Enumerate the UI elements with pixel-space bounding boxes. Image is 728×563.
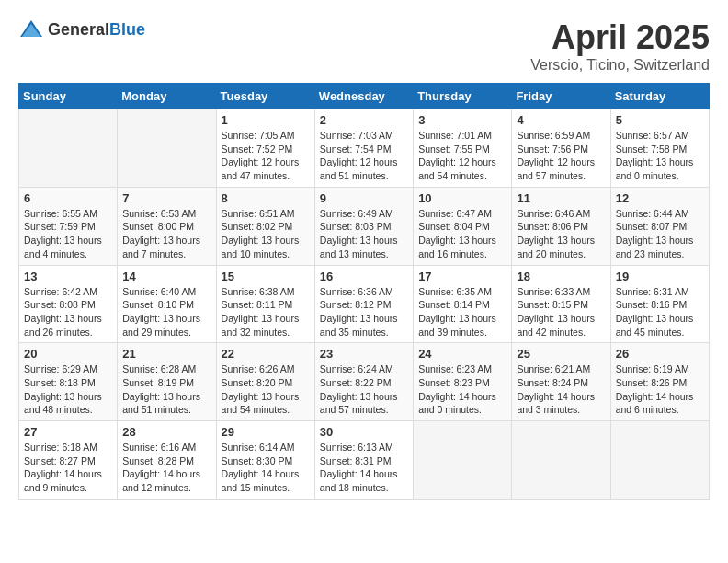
day-info: Sunrise: 6:14 AM Sunset: 8:30 PM Dayligh…	[222, 441, 310, 495]
day-info: Sunrise: 6:33 AM Sunset: 8:15 PM Dayligh…	[517, 285, 605, 339]
calendar-cell	[19, 109, 118, 188]
calendar-cell: 5Sunrise: 6:57 AM Sunset: 7:58 PM Daylig…	[610, 109, 709, 188]
day-info: Sunrise: 6:16 AM Sunset: 8:28 PM Dayligh…	[122, 441, 210, 495]
day-number: 30	[320, 425, 408, 439]
calendar-cell: 11Sunrise: 6:46 AM Sunset: 8:06 PM Dayli…	[512, 187, 610, 265]
calendar-cell: 28Sunrise: 6:16 AM Sunset: 8:28 PM Dayli…	[118, 421, 216, 500]
day-info: Sunrise: 6:40 AM Sunset: 8:10 PM Dayligh…	[122, 285, 210, 339]
calendar-cell: 9Sunrise: 6:49 AM Sunset: 8:03 PM Daylig…	[314, 187, 413, 265]
calendar-cell: 22Sunrise: 6:26 AM Sunset: 8:20 PM Dayli…	[216, 343, 314, 421]
day-info: Sunrise: 7:03 AM Sunset: 7:54 PM Dayligh…	[320, 129, 408, 183]
day-number: 19	[616, 270, 704, 283]
day-number: 10	[418, 191, 506, 205]
calendar-cell: 10Sunrise: 6:47 AM Sunset: 8:04 PM Dayli…	[414, 187, 512, 265]
day-number: 27	[24, 425, 112, 439]
day-info: Sunrise: 6:49 AM Sunset: 8:03 PM Dayligh…	[320, 207, 408, 261]
day-number: 21	[122, 347, 210, 361]
day-info: Sunrise: 6:24 AM Sunset: 8:22 PM Dayligh…	[320, 362, 408, 417]
day-number: 20	[24, 347, 112, 361]
day-number: 6	[24, 191, 112, 205]
day-number: 11	[517, 191, 605, 205]
calendar-cell: 25Sunrise: 6:21 AM Sunset: 8:24 PM Dayli…	[512, 343, 610, 421]
calendar-cell: 1Sunrise: 7:05 AM Sunset: 7:52 PM Daylig…	[216, 109, 314, 188]
day-info: Sunrise: 6:26 AM Sunset: 8:20 PM Dayligh…	[222, 362, 310, 417]
day-number: 26	[616, 347, 704, 361]
calendar-cell: 19Sunrise: 6:31 AM Sunset: 8:16 PM Dayli…	[610, 265, 709, 343]
calendar-title: April 2025	[530, 18, 710, 57]
day-number: 13	[24, 270, 112, 283]
day-number: 8	[222, 191, 310, 205]
day-info: Sunrise: 6:29 AM Sunset: 8:18 PM Dayligh…	[24, 362, 112, 417]
day-number: 25	[517, 347, 605, 361]
calendar-cell: 2Sunrise: 7:03 AM Sunset: 7:54 PM Daylig…	[314, 109, 413, 188]
day-info: Sunrise: 6:42 AM Sunset: 8:08 PM Dayligh…	[24, 285, 112, 339]
day-number: 16	[320, 270, 408, 283]
calendar-cell: 8Sunrise: 6:51 AM Sunset: 8:02 PM Daylig…	[216, 187, 314, 265]
calendar-cell: 12Sunrise: 6:44 AM Sunset: 8:07 PM Dayli…	[610, 187, 709, 265]
day-number: 17	[418, 270, 506, 283]
weekday-header-wednesday: Wednesday	[314, 84, 413, 109]
calendar-cell: 14Sunrise: 6:40 AM Sunset: 8:10 PM Dayli…	[118, 265, 216, 343]
day-info: Sunrise: 6:13 AM Sunset: 8:31 PM Dayligh…	[320, 441, 408, 495]
week-row-5: 27Sunrise: 6:18 AM Sunset: 8:27 PM Dayli…	[19, 421, 710, 500]
day-number: 22	[222, 347, 310, 361]
weekday-header-sunday: Sunday	[19, 84, 118, 109]
day-number: 12	[616, 191, 704, 205]
weekday-header-friday: Friday	[512, 84, 610, 109]
day-number: 9	[320, 191, 408, 205]
day-number: 4	[517, 113, 605, 127]
calendar-cell: 27Sunrise: 6:18 AM Sunset: 8:27 PM Dayli…	[19, 421, 118, 500]
day-info: Sunrise: 6:19 AM Sunset: 8:26 PM Dayligh…	[616, 362, 704, 417]
day-info: Sunrise: 7:01 AM Sunset: 7:55 PM Dayligh…	[418, 129, 506, 183]
day-number: 23	[320, 347, 408, 361]
day-info: Sunrise: 6:21 AM Sunset: 8:24 PM Dayligh…	[517, 362, 605, 417]
calendar-cell: 17Sunrise: 6:35 AM Sunset: 8:14 PM Dayli…	[414, 265, 512, 343]
day-number: 29	[222, 425, 310, 439]
weekday-header-monday: Monday	[118, 84, 216, 109]
calendar-cell	[414, 421, 512, 500]
day-number: 28	[122, 425, 210, 439]
day-number: 7	[122, 191, 210, 205]
day-info: Sunrise: 6:47 AM Sunset: 8:04 PM Dayligh…	[418, 207, 506, 261]
calendar-cell: 29Sunrise: 6:14 AM Sunset: 8:30 PM Dayli…	[216, 421, 314, 500]
day-info: Sunrise: 6:23 AM Sunset: 8:23 PM Dayligh…	[418, 362, 506, 417]
day-info: Sunrise: 7:05 AM Sunset: 7:52 PM Dayligh…	[222, 129, 310, 183]
weekday-header-saturday: Saturday	[610, 84, 709, 109]
logo-icon	[18, 18, 44, 40]
day-info: Sunrise: 6:18 AM Sunset: 8:27 PM Dayligh…	[24, 441, 112, 495]
calendar-subtitle: Verscio, Ticino, Switzerland	[530, 57, 710, 74]
week-row-3: 13Sunrise: 6:42 AM Sunset: 8:08 PM Dayli…	[19, 265, 710, 343]
day-info: Sunrise: 6:51 AM Sunset: 8:02 PM Dayligh…	[222, 207, 310, 261]
day-info: Sunrise: 6:35 AM Sunset: 8:14 PM Dayligh…	[418, 285, 506, 339]
calendar-cell: 21Sunrise: 6:28 AM Sunset: 8:19 PM Dayli…	[118, 343, 216, 421]
weekday-header-tuesday: Tuesday	[216, 84, 314, 109]
weekday-header-thursday: Thursday	[414, 84, 512, 109]
calendar-cell: 26Sunrise: 6:19 AM Sunset: 8:26 PM Dayli…	[610, 343, 709, 421]
calendar-cell: 4Sunrise: 6:59 AM Sunset: 7:56 PM Daylig…	[512, 109, 610, 188]
calendar-cell	[610, 421, 709, 500]
day-number: 14	[122, 270, 210, 283]
day-info: Sunrise: 6:57 AM Sunset: 7:58 PM Dayligh…	[616, 129, 704, 183]
day-number: 5	[616, 113, 704, 127]
calendar-cell: 24Sunrise: 6:23 AM Sunset: 8:23 PM Dayli…	[414, 343, 512, 421]
day-info: Sunrise: 6:44 AM Sunset: 8:07 PM Dayligh…	[616, 207, 704, 261]
calendar-cell: 18Sunrise: 6:33 AM Sunset: 8:15 PM Dayli…	[512, 265, 610, 343]
calendar-cell: 23Sunrise: 6:24 AM Sunset: 8:22 PM Dayli…	[314, 343, 413, 421]
day-info: Sunrise: 6:53 AM Sunset: 8:00 PM Dayligh…	[122, 207, 210, 261]
day-info: Sunrise: 6:59 AM Sunset: 7:56 PM Dayligh…	[517, 129, 605, 183]
calendar-cell: 6Sunrise: 6:55 AM Sunset: 7:59 PM Daylig…	[19, 187, 118, 265]
logo: GeneralBlue	[18, 18, 145, 40]
day-info: Sunrise: 6:55 AM Sunset: 7:59 PM Dayligh…	[24, 207, 112, 261]
calendar-cell: 7Sunrise: 6:53 AM Sunset: 8:00 PM Daylig…	[118, 187, 216, 265]
day-info: Sunrise: 6:28 AM Sunset: 8:19 PM Dayligh…	[122, 362, 210, 417]
calendar-cell: 13Sunrise: 6:42 AM Sunset: 8:08 PM Dayli…	[19, 265, 118, 343]
calendar-cell	[512, 421, 610, 500]
calendar-cell: 15Sunrise: 6:38 AM Sunset: 8:11 PM Dayli…	[216, 265, 314, 343]
calendar-cell: 20Sunrise: 6:29 AM Sunset: 8:18 PM Dayli…	[19, 343, 118, 421]
logo-general: General	[48, 20, 109, 39]
day-number: 18	[517, 270, 605, 283]
day-info: Sunrise: 6:38 AM Sunset: 8:11 PM Dayligh…	[222, 285, 310, 339]
day-info: Sunrise: 6:46 AM Sunset: 8:06 PM Dayligh…	[517, 207, 605, 261]
day-info: Sunrise: 6:31 AM Sunset: 8:16 PM Dayligh…	[616, 285, 704, 339]
week-row-1: 1Sunrise: 7:05 AM Sunset: 7:52 PM Daylig…	[19, 109, 710, 188]
